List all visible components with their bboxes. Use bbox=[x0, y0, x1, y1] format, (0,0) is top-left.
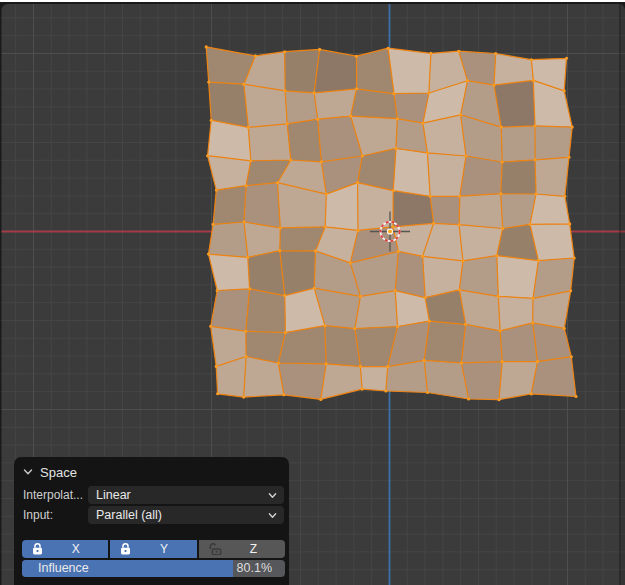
axis-z-label: Z bbox=[222, 542, 285, 556]
input-label: Input: bbox=[23, 506, 53, 524]
window-top-light-edge bbox=[0, 0, 625, 2]
interpolation-dropdown[interactable]: Linear bbox=[88, 486, 284, 504]
operator-panel-space: Space Interpolat... Linear Input: Parall… bbox=[14, 457, 289, 585]
axis-x-label: X bbox=[43, 542, 108, 556]
panel-header[interactable]: Space bbox=[23, 464, 77, 480]
panel-title: Space bbox=[40, 465, 77, 480]
chevron-down-icon bbox=[23, 467, 33, 477]
input-value: Parallel (all) bbox=[88, 507, 268, 524]
lock-closed-icon bbox=[32, 543, 43, 555]
influence-slider[interactable]: Influence 80.1% bbox=[22, 560, 285, 577]
input-row: Input: Parallel (all) bbox=[14, 506, 289, 524]
influence-label: Influence bbox=[38, 560, 89, 577]
axis-z-toggle[interactable]: Z bbox=[199, 540, 285, 558]
edit-mesh-grid-object[interactable] bbox=[205, 45, 578, 401]
axis-lock-row: X Y Z bbox=[22, 540, 285, 558]
axis-y-toggle[interactable]: Y bbox=[110, 540, 196, 558]
lock-open-icon bbox=[209, 543, 222, 555]
chevron-down-icon bbox=[268, 511, 277, 520]
axis-x-toggle[interactable]: X bbox=[22, 540, 108, 558]
interpolation-label: Interpolat... bbox=[23, 486, 83, 504]
interpolation-row: Interpolat... Linear bbox=[14, 486, 289, 504]
chevron-down-icon bbox=[268, 491, 277, 500]
input-dropdown[interactable]: Parallel (all) bbox=[88, 506, 284, 524]
interpolation-value: Linear bbox=[88, 487, 268, 504]
axis-y-label: Y bbox=[131, 542, 196, 556]
influence-value: 80.1% bbox=[237, 560, 272, 577]
lock-closed-icon bbox=[120, 543, 131, 555]
